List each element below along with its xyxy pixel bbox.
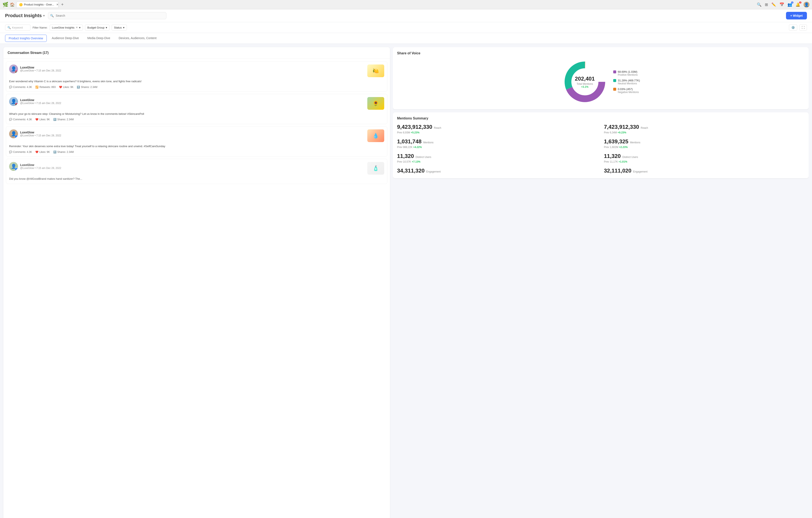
- conv-info-1: LuxeGlow @LuxeGlow • 7:15 am Dec 28, 202…: [20, 66, 61, 72]
- conv-image-4: 🧴: [367, 162, 384, 175]
- sov-legend-positive: 68.69% (1.03M) Positive Mentions: [613, 70, 640, 76]
- conv-name-4: LuxeGlow: [20, 163, 61, 167]
- conv-comments-1: 💬 Comments: 4.3K: [9, 86, 32, 89]
- conv-name-3: LuxeGlow: [20, 131, 61, 134]
- mentions-m1-prev: Prev 988,22K +4.22%: [397, 146, 598, 149]
- filter-name-chip[interactable]: LuxeGlow Insights ✕ ▾: [50, 25, 83, 31]
- avatar-1: 👤 📷: [9, 64, 18, 74]
- filter-advanced-icon[interactable]: ⚙️: [789, 24, 797, 31]
- budget-group-label: Budget Group: [87, 26, 105, 29]
- tab-title: Product Insights - Over...: [24, 3, 54, 6]
- conv-info-2: LuxeGlow @LuxeGlow • 7:15 am Dec 28, 202…: [20, 98, 61, 105]
- tab-audience-label: Audience Deep-Dive: [52, 36, 79, 40]
- mentions-reach-1-prev: Prev 8,93M +5.23%: [397, 131, 598, 134]
- user-avatar[interactable]: 👤: [804, 2, 809, 8]
- keyword-search-icon: 🔍: [7, 26, 11, 29]
- tab-devices[interactable]: Devices, Audiences, Content: [114, 33, 161, 43]
- conv-text-4: Did you know @AllGoodBrand makes hand sa…: [9, 177, 384, 181]
- conv-text-1: Ever wondered why Vitamin C is a skincar…: [9, 79, 384, 84]
- sov-neutral-pct: 31.28% (469.77K): [618, 79, 640, 82]
- app-logo-icon: 🌿: [3, 2, 8, 7]
- share-of-voice-panel: Share of Voice 202,401 Total Mentions +3…: [393, 47, 809, 109]
- mentions-u1-big: 11,320 Distinct Users: [397, 153, 598, 160]
- sov-positive-sublabel: Positive Mentions: [618, 74, 638, 76]
- conv-author-1: 👤 📷 LuxeGlow @LuxeGlow • 7:15 am Dec 28,…: [9, 64, 61, 74]
- sov-legend: 68.69% (1.03M) Positive Mentions 31.28% …: [613, 70, 640, 94]
- add-widget-button[interactable]: + Widget: [786, 12, 807, 20]
- mentions-u2-prev: Prev 11,17K +1.01%: [604, 160, 804, 163]
- mentions-reach-2-big: 7,423,912,330 Reach: [604, 124, 804, 130]
- conversation-card-1: 👤 📷 LuxeGlow @LuxeGlow • 7:15 am Dec 28,…: [6, 61, 387, 92]
- filter-name-chevron-icon[interactable]: ▾: [79, 26, 81, 29]
- browser-tab-active[interactable]: 🟡 Product Insights - Over... ✕: [16, 1, 59, 8]
- browser-actions: 🔍 ⊞ ✏️ 📅 👥8 🔔1 👤: [757, 2, 809, 8]
- browser-calendar-icon[interactable]: 📅: [779, 2, 784, 7]
- tab-devices-label: Devices, Audiences, Content: [119, 36, 156, 40]
- search-input[interactable]: [48, 12, 167, 19]
- instagram-badge-2: 📷: [15, 103, 18, 106]
- conv-likes-1: ❤️ Likes: 9K: [59, 86, 74, 89]
- conv-top-4: 👤 f LuxeGlow @LuxeGlow • 7:15 am Dec 28,…: [9, 162, 384, 175]
- share-of-voice-chart: 202,401 Total Mentions +3.1%: [562, 59, 608, 105]
- mentions-item-eng-1: 34,311,320 Engagement: [397, 168, 598, 174]
- browser-grid-icon[interactable]: ⊞: [765, 2, 768, 7]
- tab-media[interactable]: Media Deep-Dive: [83, 33, 114, 43]
- home-icon[interactable]: 🏠: [10, 2, 14, 7]
- sov-neutral-text: 31.28% (469.77K) Neutral Mentions: [618, 79, 640, 85]
- mentions-summary-panel: Mentions Summary 9,423,912,330 Reach Pre…: [393, 112, 809, 178]
- mentions-grid: 9,423,912,330 Reach Prev 8,93M +5.23% 7,…: [397, 124, 804, 174]
- conv-name-1: LuxeGlow: [20, 66, 61, 69]
- sov-negative-dot: [613, 88, 616, 91]
- avatar-3: 👤 f: [9, 130, 18, 138]
- browser-bell-icon[interactable]: 🔔1: [795, 2, 800, 7]
- conversation-stream-title: Conversation Stream (17): [8, 51, 49, 55]
- conv-image-1: 🍋: [367, 64, 384, 77]
- browser-search-icon[interactable]: 🔍: [757, 2, 761, 7]
- page-title-text: Product Insights: [5, 13, 42, 19]
- avatar-4: 👤 f: [9, 162, 18, 171]
- sov-negative-text: 0.03% (457) Negative Mentions: [618, 88, 639, 94]
- main-content: Conversation Stream (17) 👤 📷 LuxeGlow @L…: [0, 44, 812, 518]
- conv-handle-3: @LuxeGlow • 7:15 am Dec 28, 2022: [20, 134, 61, 137]
- mentions-m1-big: 1,031,748 Mentions: [397, 138, 598, 145]
- conv-likes-2: ❤️ Likes: 9K: [35, 118, 50, 121]
- budget-group-chevron-icon[interactable]: ▾: [106, 26, 107, 29]
- status-filter[interactable]: Status ▾: [112, 25, 127, 31]
- facebook-badge-3: f: [15, 135, 18, 138]
- conv-shares-1: ⬆️ Shares: 2.34M: [77, 86, 97, 89]
- mentions-reach-2-prev: Prev 6,34M +9.23%: [604, 131, 804, 134]
- sov-legend-neutral: 31.28% (469.77K) Neutral Mentions: [613, 79, 640, 85]
- mentions-item-reach-2: 7,423,912,330 Reach Prev 6,34M +9.23%: [604, 124, 804, 134]
- sov-neutral-sublabel: Neutral Mentions: [618, 82, 640, 85]
- conv-image-2: 🌻: [367, 97, 384, 110]
- conv-handle-2: @LuxeGlow • 7:15 am Dec 28, 2022: [20, 102, 61, 105]
- conv-author-2: 👤 📷 LuxeGlow @LuxeGlow • 7:15 am Dec 28,…: [9, 97, 61, 106]
- mentions-item-eng-2: 32,111,020 Engagement: [604, 168, 804, 174]
- conv-image-3: 💧: [367, 130, 384, 142]
- filter-expand-icon[interactable]: ⛶: [799, 24, 807, 31]
- keyword-filter[interactable]: 🔍 Keyword: [5, 25, 30, 31]
- sov-total-number: 202,401: [575, 76, 595, 82]
- browser-edit-icon[interactable]: ✏️: [772, 2, 776, 7]
- mentions-e2-big: 32,111,020 Engagement: [604, 168, 804, 174]
- budget-group-filter[interactable]: Budget Group ▾: [85, 25, 110, 31]
- conv-author-4: 👤 f LuxeGlow @LuxeGlow • 7:15 am Dec 28,…: [9, 162, 61, 171]
- tab-media-label: Media Deep-Dive: [87, 36, 110, 40]
- tab-close-icon[interactable]: ✕: [56, 3, 59, 6]
- conv-author-3: 👤 f LuxeGlow @LuxeGlow • 7:15 am Dec 28,…: [9, 130, 61, 138]
- filter-name-remove-icon[interactable]: ✕: [76, 26, 78, 29]
- header-search-container: 🔍: [48, 12, 167, 19]
- tab-favicon-icon: 🟡: [19, 3, 23, 6]
- conversation-card-3: 👤 f LuxeGlow @LuxeGlow • 7:15 am Dec 28,…: [6, 126, 387, 157]
- tab-overview[interactable]: Product Insights Overview: [5, 35, 47, 42]
- page-title-chevron-icon[interactable]: ▾: [43, 14, 45, 17]
- status-chevron-icon[interactable]: ▾: [123, 26, 124, 29]
- tab-audience[interactable]: Audience Deep-Dive: [48, 33, 83, 43]
- new-tab-icon[interactable]: +: [61, 2, 64, 7]
- conv-info-4: LuxeGlow @LuxeGlow • 7:15 am Dec 28, 202…: [20, 163, 61, 170]
- browser-users-icon[interactable]: 👥8: [787, 2, 792, 7]
- conv-handle-1: @LuxeGlow • 7:15 am Dec 28, 2022: [20, 69, 61, 72]
- conv-shares-2: ⬆️ Shares: 2.34M: [53, 118, 74, 121]
- sov-positive-pct: 68.69% (1.03M): [618, 70, 638, 74]
- instagram-badge-1: 📷: [15, 70, 18, 74]
